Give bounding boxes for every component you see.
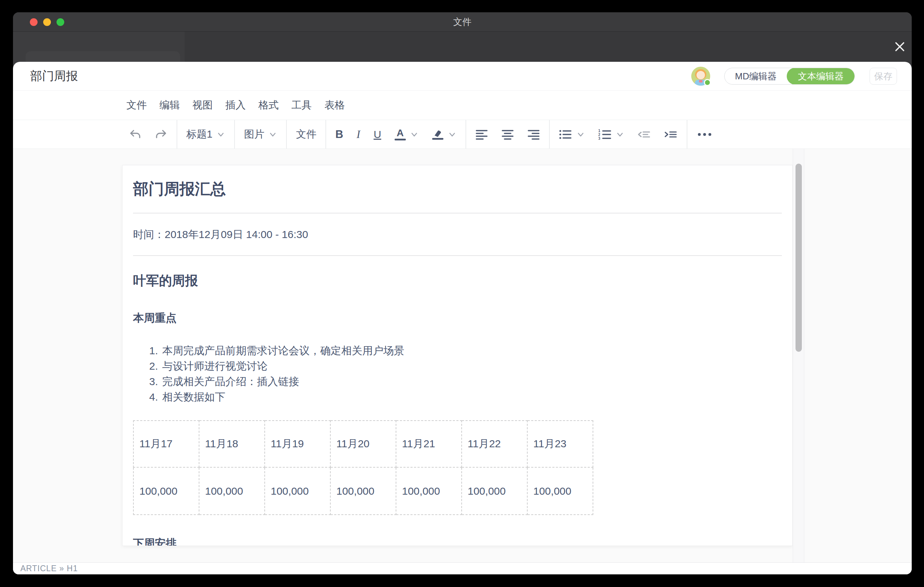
toolbar-separator xyxy=(687,120,687,148)
insert-image-select[interactable]: 图片 xyxy=(244,127,277,142)
menu-bar: 文件 编辑 视图 插入 格式 工具 表格 xyxy=(13,91,912,120)
table-cell[interactable]: 100,000 xyxy=(527,467,593,514)
doc-h3-next[interactable]: 下周安排 xyxy=(133,536,782,546)
titlebar: 文件 xyxy=(13,12,912,31)
chevron-down-icon xyxy=(410,130,419,139)
menu-format[interactable]: 格式 xyxy=(258,98,279,112)
align-right-button[interactable] xyxy=(527,129,540,140)
bullet-list-button[interactable] xyxy=(559,129,585,140)
doc-h1[interactable]: 部门周报汇总 xyxy=(133,179,782,200)
indent-button[interactable] xyxy=(664,129,678,140)
align-left-button[interactable] xyxy=(475,129,488,140)
editor-mode-toggle: MD编辑器 文本编辑器 xyxy=(724,68,855,85)
bullet-list-icon xyxy=(559,129,572,140)
table-cell[interactable]: 100,000 xyxy=(462,467,527,514)
toolbar: 标题1 图片 文件 B I U xyxy=(13,120,912,149)
chevron-down-icon xyxy=(448,130,456,139)
list-item[interactable]: 3.完成相关产品介绍：插入链接 xyxy=(149,374,782,389)
chevron-down-icon xyxy=(216,130,225,139)
table-cell[interactable]: 100,000 xyxy=(330,467,396,514)
font-color-swatch xyxy=(394,139,406,140)
table-cell[interactable]: 11月17 xyxy=(134,420,199,467)
insert-file-button[interactable]: 文件 xyxy=(296,127,316,142)
svg-text:3: 3 xyxy=(598,137,600,140)
font-color-button[interactable]: A xyxy=(394,128,419,140)
align-center-button[interactable] xyxy=(501,129,514,140)
toolbar-separator xyxy=(465,120,466,148)
chevron-down-icon xyxy=(576,130,585,139)
toolbar-separator xyxy=(549,120,550,148)
outdent-icon xyxy=(637,129,651,140)
list-item[interactable]: 4.相关数据如下 xyxy=(149,389,782,405)
document-editor[interactable]: 部门周报汇总 时间：2018年12月09日 14:00 - 16:30 叶军的周… xyxy=(122,165,793,546)
align-center-icon xyxy=(501,129,514,140)
align-left-icon xyxy=(475,129,488,140)
numbered-list-icon: 123 xyxy=(598,129,612,140)
menu-tools[interactable]: 工具 xyxy=(291,98,312,112)
redo-button[interactable] xyxy=(155,129,167,140)
table-row: 11月17 11月18 11月19 11月20 11月21 11月22 11月2… xyxy=(134,420,593,467)
table-cell[interactable]: 100,000 xyxy=(134,467,199,514)
chevron-down-icon xyxy=(616,130,624,139)
horizontal-rule xyxy=(133,213,782,213)
highlighter-icon xyxy=(432,129,444,137)
table-cell[interactable]: 11月21 xyxy=(396,420,462,467)
app-window: 文件 部门周报 MD编辑器 xyxy=(13,12,912,574)
modal-header: 部门周报 MD编辑器 文本编辑器 保存 xyxy=(13,62,912,91)
doc-data-table: 11月17 11月18 11月19 11月20 11月21 11月22 11月2… xyxy=(133,420,593,515)
menu-edit[interactable]: 编辑 xyxy=(159,98,180,112)
numbered-list-button[interactable]: 123 xyxy=(598,129,624,140)
more-dots-icon xyxy=(696,132,713,137)
doc-h3-week[interactable]: 本周重点 xyxy=(133,311,782,325)
bold-button[interactable]: B xyxy=(335,128,343,141)
redo-icon xyxy=(155,129,167,140)
table-cell[interactable]: 11月22 xyxy=(462,420,527,467)
document-title: 部门周报 xyxy=(30,68,78,84)
indent-icon xyxy=(664,129,678,140)
heading-style-select[interactable]: 标题1 xyxy=(186,127,225,142)
italic-button[interactable]: I xyxy=(357,128,361,141)
scrollbar-track[interactable] xyxy=(793,149,804,562)
list-item[interactable]: 2.与设计师进行视觉讨论 xyxy=(149,358,782,374)
table-cell[interactable]: 11月23 xyxy=(527,420,593,467)
table-cell[interactable]: 11月20 xyxy=(330,420,396,467)
text-editor-toggle[interactable]: 文本编辑器 xyxy=(787,68,855,85)
table-cell[interactable]: 100,000 xyxy=(265,467,330,514)
user-avatar[interactable] xyxy=(691,67,710,86)
more-button[interactable] xyxy=(696,132,713,137)
table-cell[interactable]: 11月19 xyxy=(265,420,330,467)
online-status-dot xyxy=(704,79,711,86)
doc-ordered-list: 1.本周完成产品前期需求讨论会议，确定相关用户场景 2.与设计师进行视觉讨论 3… xyxy=(149,343,782,405)
list-item[interactable]: 1.本周完成产品前期需求讨论会议，确定相关用户场景 xyxy=(149,343,782,358)
svg-text:1: 1 xyxy=(598,129,600,133)
outdent-button[interactable] xyxy=(637,129,651,140)
align-right-icon xyxy=(527,129,540,140)
table-row: 100,000 100,000 100,000 100,000 100,000 … xyxy=(134,467,593,514)
doc-h2[interactable]: 叶军的周报 xyxy=(133,272,782,290)
status-bar: ARTICLE » H1 xyxy=(13,562,912,574)
menu-table[interactable]: 表格 xyxy=(324,98,345,112)
table-cell[interactable]: 100,000 xyxy=(199,467,265,514)
md-editor-toggle[interactable]: MD编辑器 xyxy=(724,68,787,84)
svg-text:2: 2 xyxy=(598,133,600,137)
toolbar-separator xyxy=(325,120,326,148)
undo-button[interactable] xyxy=(129,129,142,140)
save-button[interactable]: 保存 xyxy=(870,68,897,85)
highlight-color-swatch xyxy=(432,138,444,140)
table-cell[interactable]: 11月18 xyxy=(199,420,265,467)
window-title: 文件 xyxy=(13,12,912,31)
horizontal-rule xyxy=(133,255,782,256)
doc-time-line[interactable]: 时间：2018年12月09日 14:00 - 16:30 xyxy=(133,228,782,242)
toolbar-separator xyxy=(177,120,177,148)
underline-button[interactable]: U xyxy=(373,129,381,140)
menu-insert[interactable]: 插入 xyxy=(225,98,246,112)
menu-view[interactable]: 视图 xyxy=(192,98,213,112)
highlight-button[interactable] xyxy=(432,129,456,140)
editor-modal: 部门周报 MD编辑器 文本编辑器 保存 文件 编辑 视图 插入 xyxy=(13,62,912,574)
editor-content-area: 部门周报汇总 时间：2018年12月09日 14:00 - 16:30 叶军的周… xyxy=(13,149,912,562)
scrollbar-thumb[interactable] xyxy=(795,163,802,352)
table-cell[interactable]: 100,000 xyxy=(396,467,462,514)
menu-file[interactable]: 文件 xyxy=(126,98,147,112)
toolbar-separator xyxy=(286,120,287,148)
close-icon[interactable] xyxy=(893,40,907,54)
